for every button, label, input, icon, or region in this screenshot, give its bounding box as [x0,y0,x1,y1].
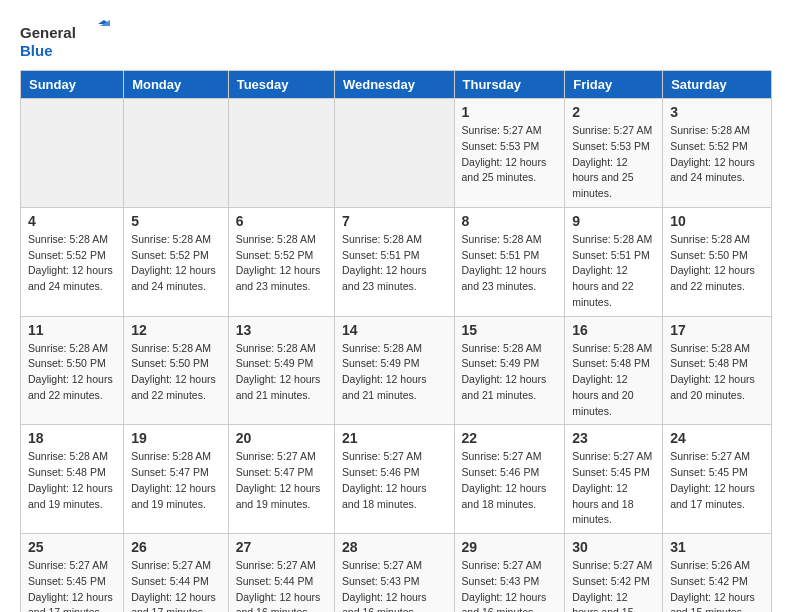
day-number: 1 [462,104,558,120]
calendar-cell: 28 Sunrise: 5:27 AM Sunset: 5:43 PM Dayl… [334,534,454,613]
daylight-label: Daylight: 12 hours and 17 minutes. [131,591,216,613]
day-number: 13 [236,322,327,338]
sunset-label: Sunset: 5:49 PM [342,357,420,369]
header-thursday: Thursday [454,71,565,99]
day-info: Sunrise: 5:27 AM Sunset: 5:53 PM Dayligh… [462,123,558,186]
sunset-label: Sunset: 5:48 PM [670,357,748,369]
daylight-label: Daylight: 12 hours and 15 minutes. [572,591,633,613]
header-wednesday: Wednesday [334,71,454,99]
day-info: Sunrise: 5:28 AM Sunset: 5:48 PM Dayligh… [28,449,116,512]
sunrise-label: Sunrise: 5:28 AM [670,342,750,354]
svg-text:General: General [20,24,76,41]
day-number: 5 [131,213,221,229]
daylight-label: Daylight: 12 hours and 17 minutes. [28,591,113,613]
day-info: Sunrise: 5:28 AM Sunset: 5:51 PM Dayligh… [342,232,447,295]
day-info: Sunrise: 5:28 AM Sunset: 5:49 PM Dayligh… [462,341,558,404]
calendar-cell: 29 Sunrise: 5:27 AM Sunset: 5:43 PM Dayl… [454,534,565,613]
daylight-label: Daylight: 12 hours and 18 minutes. [342,482,427,510]
header-monday: Monday [124,71,229,99]
day-number: 4 [28,213,116,229]
daylight-label: Daylight: 12 hours and 23 minutes. [462,264,547,292]
calendar-cell: 14 Sunrise: 5:28 AM Sunset: 5:49 PM Dayl… [334,316,454,425]
sunrise-label: Sunrise: 5:28 AM [670,124,750,136]
calendar-cell: 6 Sunrise: 5:28 AM Sunset: 5:52 PM Dayli… [228,207,334,316]
sunrise-label: Sunrise: 5:27 AM [572,450,652,462]
daylight-label: Daylight: 12 hours and 22 minutes. [572,264,633,308]
sunset-label: Sunset: 5:48 PM [28,466,106,478]
daylight-label: Daylight: 12 hours and 18 minutes. [572,482,633,526]
sunrise-label: Sunrise: 5:26 AM [670,559,750,571]
daylight-label: Daylight: 12 hours and 19 minutes. [131,482,216,510]
sunrise-label: Sunrise: 5:28 AM [28,450,108,462]
daylight-label: Daylight: 12 hours and 25 minutes. [462,156,547,184]
day-number: 30 [572,539,655,555]
daylight-label: Daylight: 12 hours and 20 minutes. [572,373,633,417]
calendar-cell: 18 Sunrise: 5:28 AM Sunset: 5:48 PM Dayl… [21,425,124,534]
sunrise-label: Sunrise: 5:27 AM [28,559,108,571]
header-friday: Friday [565,71,663,99]
sunrise-label: Sunrise: 5:27 AM [572,124,652,136]
sunrise-label: Sunrise: 5:27 AM [670,450,750,462]
calendar-cell: 1 Sunrise: 5:27 AM Sunset: 5:53 PM Dayli… [454,99,565,208]
day-number: 16 [572,322,655,338]
day-number: 2 [572,104,655,120]
day-info: Sunrise: 5:27 AM Sunset: 5:47 PM Dayligh… [236,449,327,512]
calendar-cell: 20 Sunrise: 5:27 AM Sunset: 5:47 PM Dayl… [228,425,334,534]
sunset-label: Sunset: 5:49 PM [236,357,314,369]
sunrise-label: Sunrise: 5:27 AM [342,450,422,462]
calendar-week-row: 25 Sunrise: 5:27 AM Sunset: 5:45 PM Dayl… [21,534,772,613]
daylight-label: Daylight: 12 hours and 23 minutes. [236,264,321,292]
calendar-week-row: 1 Sunrise: 5:27 AM Sunset: 5:53 PM Dayli… [21,99,772,208]
calendar-week-row: 4 Sunrise: 5:28 AM Sunset: 5:52 PM Dayli… [21,207,772,316]
sunset-label: Sunset: 5:48 PM [572,357,650,369]
day-number: 21 [342,430,447,446]
calendar-cell: 4 Sunrise: 5:28 AM Sunset: 5:52 PM Dayli… [21,207,124,316]
header-sunday: Sunday [21,71,124,99]
sunset-label: Sunset: 5:44 PM [236,575,314,587]
daylight-label: Daylight: 12 hours and 16 minutes. [462,591,547,613]
sunset-label: Sunset: 5:45 PM [572,466,650,478]
calendar-cell: 21 Sunrise: 5:27 AM Sunset: 5:46 PM Dayl… [334,425,454,534]
sunrise-label: Sunrise: 5:28 AM [342,233,422,245]
sunrise-label: Sunrise: 5:28 AM [462,342,542,354]
calendar-cell: 9 Sunrise: 5:28 AM Sunset: 5:51 PM Dayli… [565,207,663,316]
calendar-cell: 25 Sunrise: 5:27 AM Sunset: 5:45 PM Dayl… [21,534,124,613]
day-info: Sunrise: 5:27 AM Sunset: 5:45 PM Dayligh… [28,558,116,612]
sunrise-label: Sunrise: 5:27 AM [131,559,211,571]
sunrise-label: Sunrise: 5:27 AM [462,124,542,136]
calendar-cell: 22 Sunrise: 5:27 AM Sunset: 5:46 PM Dayl… [454,425,565,534]
day-number: 31 [670,539,764,555]
daylight-label: Daylight: 12 hours and 18 minutes. [462,482,547,510]
sunset-label: Sunset: 5:52 PM [670,140,748,152]
day-info: Sunrise: 5:27 AM Sunset: 5:45 PM Dayligh… [572,449,655,528]
header: General Blue [20,20,772,60]
calendar-cell: 15 Sunrise: 5:28 AM Sunset: 5:49 PM Dayl… [454,316,565,425]
calendar-cell: 30 Sunrise: 5:27 AM Sunset: 5:42 PM Dayl… [565,534,663,613]
daylight-label: Daylight: 12 hours and 21 minutes. [236,373,321,401]
daylight-label: Daylight: 12 hours and 19 minutes. [236,482,321,510]
day-info: Sunrise: 5:28 AM Sunset: 5:52 PM Dayligh… [131,232,221,295]
day-info: Sunrise: 5:28 AM Sunset: 5:50 PM Dayligh… [670,232,764,295]
day-number: 11 [28,322,116,338]
daylight-label: Daylight: 12 hours and 24 minutes. [670,156,755,184]
calendar-cell [334,99,454,208]
day-number: 29 [462,539,558,555]
calendar-cell: 16 Sunrise: 5:28 AM Sunset: 5:48 PM Dayl… [565,316,663,425]
logo: General Blue [20,20,114,60]
calendar-cell: 5 Sunrise: 5:28 AM Sunset: 5:52 PM Dayli… [124,207,229,316]
calendar-cell: 19 Sunrise: 5:28 AM Sunset: 5:47 PM Dayl… [124,425,229,534]
calendar-cell: 11 Sunrise: 5:28 AM Sunset: 5:50 PM Dayl… [21,316,124,425]
sunrise-label: Sunrise: 5:27 AM [462,450,542,462]
day-info: Sunrise: 5:28 AM Sunset: 5:52 PM Dayligh… [236,232,327,295]
sunrise-label: Sunrise: 5:28 AM [28,233,108,245]
calendar-cell: 23 Sunrise: 5:27 AM Sunset: 5:45 PM Dayl… [565,425,663,534]
daylight-label: Daylight: 12 hours and 22 minutes. [131,373,216,401]
calendar-cell [228,99,334,208]
sunset-label: Sunset: 5:47 PM [131,466,209,478]
day-number: 24 [670,430,764,446]
header-tuesday: Tuesday [228,71,334,99]
sunrise-label: Sunrise: 5:28 AM [342,342,422,354]
daylight-label: Daylight: 12 hours and 15 minutes. [670,591,755,613]
sunset-label: Sunset: 5:49 PM [462,357,540,369]
day-number: 20 [236,430,327,446]
